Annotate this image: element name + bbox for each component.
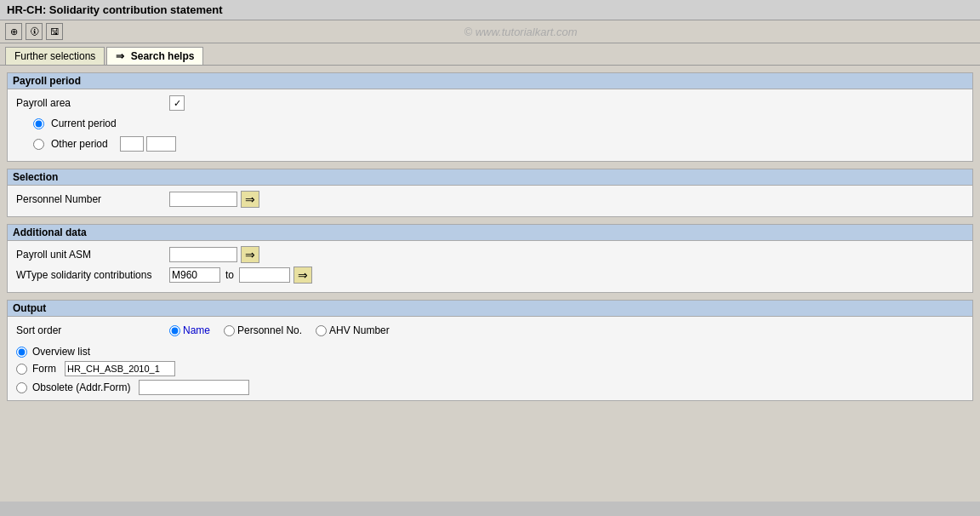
- current-period-radio[interactable]: [33, 118, 44, 129]
- wtype-row: WType solidarity contributions to ⇒: [16, 267, 964, 284]
- sort-personnel-option[interactable]: Personnel No.: [224, 324, 302, 336]
- sort-ahv-radio[interactable]: [316, 325, 327, 336]
- overview-list-row: Overview list: [16, 346, 964, 358]
- main-content: Payroll period Payroll area ✓ Current pe…: [0, 66, 980, 502]
- wtype-arrow-btn[interactable]: ⇒: [293, 267, 312, 284]
- obsolete-row: Obsolete (Addr.Form): [16, 380, 964, 395]
- overview-list-label: Overview list: [32, 346, 90, 358]
- sort-order-label: Sort order: [16, 324, 169, 336]
- output-body: Sort order Name Personnel No. AHV Number: [8, 317, 972, 400]
- payroll-unit-input[interactable]: [169, 247, 237, 262]
- sort-order-row: Sort order Name Personnel No. AHV Number: [16, 322, 964, 339]
- payroll-unit-arrow-btn[interactable]: ⇒: [241, 246, 259, 263]
- info-icon[interactable]: 🛈: [26, 23, 43, 40]
- payroll-area-row: Payroll area ✓: [16, 95, 964, 112]
- tab-search-helps[interactable]: ⇒ Search helps: [106, 47, 203, 65]
- overview-list-radio[interactable]: [16, 347, 27, 358]
- additional-data-header: Additional data: [8, 225, 972, 241]
- other-period-row: Other period: [16, 135, 964, 152]
- form-row: Form: [16, 361, 964, 376]
- watermark: © www.tutorialkart.com: [66, 26, 975, 38]
- payroll-area-label: Payroll area: [16, 97, 169, 109]
- other-period-inputs: [120, 136, 176, 152]
- other-period-field1[interactable]: [120, 136, 144, 152]
- obsolete-label: Obsolete (Addr.Form): [32, 381, 130, 393]
- other-period-field2[interactable]: [146, 136, 176, 152]
- personnel-number-row: Personnel Number ⇒: [16, 191, 964, 208]
- selection-section: Selection Personnel Number ⇒: [7, 169, 973, 217]
- payroll-period-header: Payroll period: [8, 73, 972, 89]
- obsolete-input[interactable]: [139, 380, 249, 395]
- tab-further-selections[interactable]: Further selections: [5, 47, 105, 65]
- selection-header: Selection: [8, 169, 972, 186]
- other-period-label: Other period: [51, 138, 108, 150]
- output-section: Output Sort order Name Personnel No.: [7, 300, 973, 401]
- payroll-unit-label: Payroll unit ASM: [16, 249, 169, 261]
- output-header: Output: [8, 301, 972, 317]
- sort-personnel-radio[interactable]: [224, 325, 235, 336]
- toolbar: ⊕ 🛈 🖫 © www.tutorialkart.com: [0, 20, 980, 43]
- form-radio[interactable]: [16, 364, 27, 375]
- personnel-number-label: Personnel Number: [16, 193, 169, 205]
- title-bar: HR-CH: Solidarity contribution statement: [0, 0, 980, 20]
- sort-name-radio[interactable]: [169, 325, 180, 336]
- additional-data-body: Payroll unit ASM ⇒ WType solidarity cont…: [8, 241, 972, 292]
- other-period-radio[interactable]: [33, 139, 44, 150]
- additional-data-section: Additional data Payroll unit ASM ⇒ WType…: [7, 224, 973, 293]
- save-icon[interactable]: 🖫: [46, 23, 63, 40]
- sort-radios: Name Personnel No. AHV Number: [169, 324, 390, 336]
- tab-bar: Further selections ⇒ Search helps: [0, 43, 980, 66]
- sort-ahv-option[interactable]: AHV Number: [316, 324, 390, 336]
- payroll-period-section: Payroll period Payroll area ✓ Current pe…: [7, 72, 973, 162]
- tab-arrow-icon: ⇒: [116, 50, 124, 62]
- wtype-label: WType solidarity contributions: [16, 269, 169, 281]
- form-label: Form: [32, 363, 56, 375]
- form-input[interactable]: [65, 361, 175, 376]
- sort-name-option[interactable]: Name: [169, 324, 210, 336]
- to-label: to: [225, 269, 234, 281]
- payroll-area-checkbox[interactable]: ✓: [169, 95, 185, 111]
- personnel-number-arrow-btn[interactable]: ⇒: [241, 191, 259, 208]
- personnel-number-input[interactable]: [169, 192, 237, 207]
- current-period-row: Current period: [16, 115, 964, 132]
- selection-body: Personnel Number ⇒: [8, 186, 972, 216]
- wtype-to-input[interactable]: [239, 267, 290, 283]
- payroll-unit-row: Payroll unit ASM ⇒: [16, 246, 964, 263]
- payroll-period-body: Payroll area ✓ Current period Other peri…: [8, 89, 972, 161]
- wtype-from-input[interactable]: [169, 267, 220, 283]
- current-period-label: Current period: [51, 118, 117, 129]
- obsolete-radio[interactable]: [16, 382, 27, 393]
- page-title: HR-CH: Solidarity contribution statement: [7, 3, 223, 16]
- output-options: Overview list Form Obsolete (Addr.Form): [16, 346, 964, 395]
- back-icon[interactable]: ⊕: [5, 23, 22, 40]
